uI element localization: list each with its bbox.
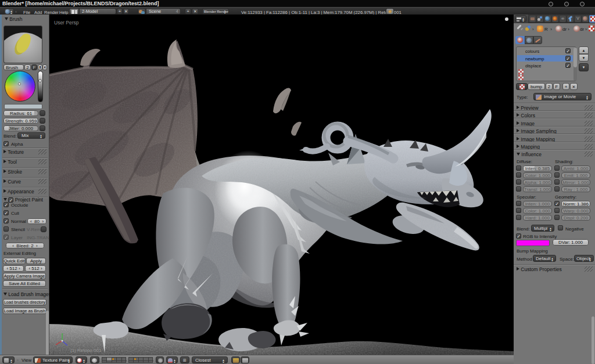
- svg-text:User Persp: User Persp: [54, 20, 79, 26]
- svg-text:(1) Retopo.001: (1) Retopo.001: [70, 348, 102, 353]
